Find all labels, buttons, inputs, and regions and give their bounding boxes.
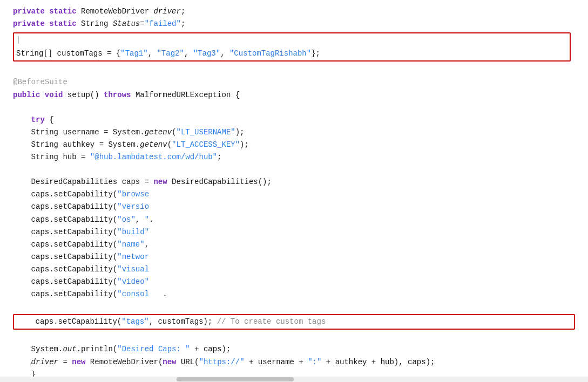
line-authkey: String authkey = System.getenv("LT_ACCES… — [11, 139, 577, 151]
empty-line-5 — [11, 331, 577, 343]
line-hub: String hub = "@hub.lambdatest.com/wd/hub… — [11, 151, 577, 163]
code-block: private static RemoteWebDriver driver; p… — [0, 5, 588, 382]
line-driver: driver = new RemoteWebDriver(new URL("ht… — [11, 356, 577, 369]
line-cap-network: caps.setCapability("networ — [11, 251, 577, 263]
line-custom-tags: String[] customTags = {"Tag1", "Tag2", "… — [14, 47, 570, 60]
line-cap-browse: caps.setCapability("browse — [11, 188, 577, 201]
caps-tags-red-box: caps.setCapability("tags", customTags); … — [13, 314, 575, 330]
line-desired-caps: DesiredCapabilities caps = new DesiredCa… — [11, 176, 577, 188]
empty-line-1 — [11, 64, 577, 76]
line-cap-build: caps.setCapability("build" — [11, 226, 577, 238]
line-before-suite: @BeforeSuite — [11, 76, 577, 88]
line-println: System.out.println("Desired Caps: " + ca… — [11, 343, 577, 356]
line-2: private static String Status="failed"; — [11, 18, 577, 30]
custom-tags-box-wrapper: | String[] customTags = {"Tag1", "Tag2",… — [11, 31, 577, 63]
line-cap-os: caps.setCapability("os", ". — [11, 214, 577, 226]
line-cap-video: caps.setCapability("video" — [11, 276, 577, 288]
line-try: try { — [11, 114, 577, 126]
empty-line-3 — [11, 163, 577, 176]
empty-line-2 — [11, 101, 577, 114]
caps-tags-box-wrapper: caps.setCapability("tags", customTags); … — [11, 314, 577, 330]
line-cap-version: caps.setCapability("versio — [11, 201, 577, 213]
line-setup: public void setup() throws MalformedURLE… — [11, 89, 577, 101]
scrollbar-thumb[interactable] — [177, 377, 294, 381]
line-cap-visual: caps.setCapability("visual — [11, 263, 577, 276]
line-caps-tags: caps.setCapability("tags", customTags); … — [14, 315, 574, 329]
empty-line-4 — [11, 301, 577, 313]
line-1: private static RemoteWebDriver driver; — [11, 5, 577, 18]
code-container: private static RemoteWebDriver driver; p… — [0, 0, 588, 382]
line-cap-name: caps.setCapability("name", — [11, 238, 577, 251]
line-cap-consol: caps.setCapability("consol . — [11, 288, 577, 301]
horizontal-scrollbar[interactable] — [0, 377, 588, 382]
custom-tags-red-box: | String[] customTags = {"Tag1", "Tag2",… — [13, 32, 571, 62]
line-username: String username = System.getenv("LT_USER… — [11, 126, 577, 139]
line-pipe: | — [14, 33, 570, 47]
